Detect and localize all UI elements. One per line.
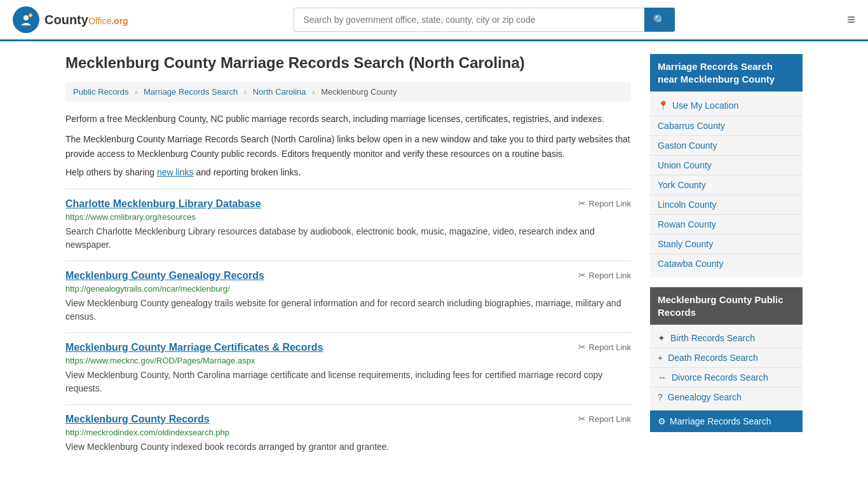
divorce-icon: ↔ xyxy=(658,372,667,383)
logo-icon xyxy=(13,6,39,33)
divorce-records-link[interactable]: Divorce Records Search xyxy=(672,372,768,383)
public-records-section: Mecklenburg County Public Records ✦ Birt… xyxy=(650,287,803,432)
result-title[interactable]: Mecklenburg County Marriage Certificates… xyxy=(65,342,323,353)
help-text: Help others by sharing new links and rep… xyxy=(65,167,631,177)
report-icon: ✂ xyxy=(578,198,586,208)
nearby-section: Marriage Records Search near Mecklenburg… xyxy=(650,54,803,277)
search-button[interactable]: 🔍 xyxy=(644,8,675,32)
county-link[interactable]: Cabarrus County xyxy=(658,121,725,131)
public-records-list: ✦ Birth Records Search + Death Records S… xyxy=(650,325,803,410)
sidebar-item[interactable]: Union County xyxy=(650,156,803,175)
public-records-item[interactable]: ? Genealogy Search xyxy=(650,388,803,407)
sidebar-item[interactable]: Catawba County xyxy=(650,254,803,273)
main-container: Mecklenburg County Marriage Records Sear… xyxy=(53,41,815,475)
page-title: Mecklenburg County Marriage Records Sear… xyxy=(65,54,631,72)
nearby-list: 📍 Use My Location Cabarrus County Gaston… xyxy=(650,92,803,277)
result-item: Mecklenburg County Genealogy Records ✂ R… xyxy=(65,261,631,332)
menu-button[interactable]: ≡ xyxy=(847,11,855,28)
result-desc: Search Charlotte Mecklenburg Library res… xyxy=(65,225,631,252)
birth-records-link[interactable]: Birth Records Search xyxy=(670,333,755,343)
genealogy-icon: ? xyxy=(658,392,663,402)
use-location[interactable]: 📍 Use My Location xyxy=(650,95,803,116)
result-url: https://www.mecknc.gov/ROD/Pages/Marriag… xyxy=(65,356,631,365)
breadcrumb-public-records[interactable]: Public Records xyxy=(73,87,128,97)
report-link[interactable]: ✂ Report Link xyxy=(578,414,631,424)
breadcrumb: Public Records › Marriage Records Search… xyxy=(65,82,631,102)
county-link[interactable]: Union County xyxy=(658,160,712,170)
death-records-link[interactable]: Death Records Search xyxy=(668,353,758,363)
death-icon: + xyxy=(658,353,663,363)
genealogy-link[interactable]: Genealogy Search xyxy=(668,392,742,402)
result-desc: View Mecklenburg County, North Carolina … xyxy=(65,369,631,395)
result-url: http://genealogytrails.com/ncar/mecklenb… xyxy=(65,284,631,294)
sidebar-item[interactable]: Gaston County xyxy=(650,136,803,156)
sidebar-item[interactable]: Stanly County xyxy=(650,234,803,254)
sidebar-item[interactable]: Rowan County xyxy=(650,215,803,234)
result-title[interactable]: Charlotte Mecklenburg Library Database xyxy=(65,198,261,210)
new-links[interactable]: new links xyxy=(157,167,194,177)
logo: CountyOffice.org xyxy=(13,6,128,33)
marriage-records-footer[interactable]: ⚙ Marriage Records Search xyxy=(650,410,803,432)
public-records-item[interactable]: + Death Records Search xyxy=(650,348,803,368)
results-list: Charlotte Mecklenburg Library Database ✂… xyxy=(65,189,631,463)
county-link[interactable]: Lincoln County xyxy=(658,200,717,210)
breadcrumb-north-carolina[interactable]: North Carolina xyxy=(253,87,306,97)
result-desc: View Mecklenburg County indexed book rec… xyxy=(65,440,631,454)
use-location-link[interactable]: Use My Location xyxy=(672,100,738,111)
sidebar-item[interactable]: Lincoln County xyxy=(650,195,803,215)
marriage-records-icon: ⚙ xyxy=(658,416,666,426)
breadcrumb-marriage-records-search[interactable]: Marriage Records Search xyxy=(144,87,238,97)
county-link[interactable]: Catawba County xyxy=(658,259,724,269)
report-icon: ✂ xyxy=(578,342,586,352)
birth-icon: ✦ xyxy=(658,333,665,343)
search-input[interactable] xyxy=(294,8,644,32)
report-icon: ✂ xyxy=(578,414,586,424)
result-title[interactable]: Mecklenburg County Genealogy Records xyxy=(65,270,264,281)
report-icon: ✂ xyxy=(578,270,586,280)
search-bar: 🔍 xyxy=(294,8,675,32)
sidebar-item[interactable]: York County xyxy=(650,175,803,195)
sidebar: Marriage Records Search near Mecklenburg… xyxy=(650,54,803,463)
result-desc: View Mecklenburg County genealogy trails… xyxy=(65,297,631,323)
county-link[interactable]: Gaston County xyxy=(658,140,717,151)
intro-para1: Perform a free Mecklenburg County, NC pu… xyxy=(65,112,631,126)
result-item: Mecklenburg County Marriage Certificates… xyxy=(65,332,631,404)
pin-icon: 📍 xyxy=(658,100,668,111)
county-link[interactable]: Stanly County xyxy=(658,239,713,249)
result-item: Charlotte Mecklenburg Library Database ✂… xyxy=(65,189,631,261)
intro-para2: The Mecklenburg County Marriage Records … xyxy=(65,132,631,161)
site-header: CountyOffice.org 🔍 ≡ xyxy=(0,0,868,41)
public-records-item[interactable]: ✦ Birth Records Search xyxy=(650,329,803,348)
report-link[interactable]: ✂ Report Link xyxy=(578,270,631,280)
public-records-header: Mecklenburg County Public Records xyxy=(650,287,803,325)
logo-text: CountyOffice.org xyxy=(44,13,128,27)
public-records-item[interactable]: ↔ Divorce Records Search xyxy=(650,368,803,388)
breadcrumb-current: Mecklenburg County xyxy=(321,87,397,97)
sidebar-item[interactable]: Cabarrus County xyxy=(650,116,803,136)
report-link[interactable]: ✂ Report Link xyxy=(578,198,631,208)
result-url: https://www.cmlibrary.org/resources xyxy=(65,212,631,222)
svg-point-1 xyxy=(24,15,29,20)
county-link[interactable]: York County xyxy=(658,180,706,190)
county-link[interactable]: Rowan County xyxy=(658,219,716,229)
result-title[interactable]: Mecklenburg County Records xyxy=(65,414,210,425)
nearby-header: Marriage Records Search near Mecklenburg… xyxy=(650,54,803,92)
content-area: Mecklenburg County Marriage Records Sear… xyxy=(65,54,631,463)
report-link[interactable]: ✂ Report Link xyxy=(578,342,631,352)
result-url: http://meckrodindex.com/oldindexsearch.p… xyxy=(65,428,631,437)
result-item: Mecklenburg County Records ✂ Report Link… xyxy=(65,404,631,463)
